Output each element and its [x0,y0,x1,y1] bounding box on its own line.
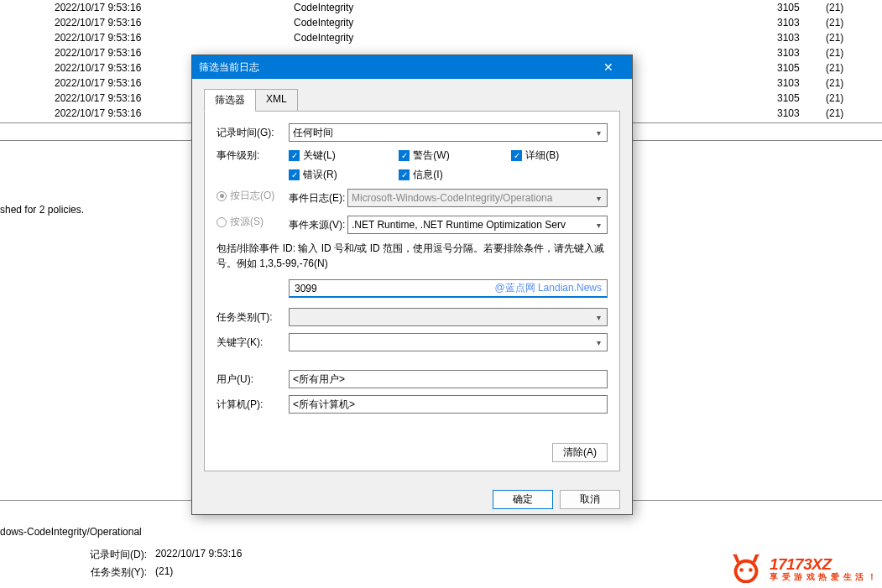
checkbox-icon: ✓ [289,169,300,180]
cell-date: 2022/10/17 9:53:16 [0,2,294,13]
task-cat-select[interactable] [289,308,608,326]
cell-date: 2022/10/17 9:53:16 [0,17,294,29]
radio-icon [217,191,227,201]
chk-warning[interactable]: ✓警告(W) [399,148,498,163]
mascot-icon [729,554,763,583]
ok-button[interactable]: 确定 [493,490,553,509]
svg-point-1 [749,568,753,572]
cell-task: (21) [826,92,843,104]
label-task-cat: 任务类别(T): [217,310,289,325]
computer-input[interactable] [289,395,608,414]
label-computer: 计算机(P): [217,398,289,412]
cell-id: 3105 [777,2,826,13]
checkbox-icon: ✓ [399,150,410,161]
label-user: 用户(U): [217,372,289,387]
keywords-select[interactable] [289,333,608,351]
watermark-logo: 17173XZ 享 受 游 戏 热 爱 生 活 ！ [729,554,877,583]
chk-critical[interactable]: ✓关键(L) [289,148,385,163]
table-row[interactable]: 2022/10/17 9:53:16 CodeIntegrity 3103 (2… [0,15,882,30]
event-log-select [347,189,608,207]
chk-verbose[interactable]: ✓详细(B) [511,148,608,163]
cell-task: (21) [826,107,843,119]
cell-id: 3103 [777,47,826,59]
event-id-value: 3099 [295,283,317,294]
cell-task: (21) [826,47,843,59]
cell-task: (21) [826,2,843,13]
cell-task: (21) [826,62,843,74]
source-line: dows-CodeIntegrity/Operational [0,526,882,538]
label-event-log: 事件日志(E): [289,191,347,206]
event-source-select[interactable] [347,216,608,234]
close-icon: ✕ [603,60,613,74]
label-keywords: 关键字(K): [217,336,289,350]
cell-source: CodeIntegrity [294,17,777,29]
filter-dialog: 筛选当前日志 ✕ 筛选器 XML 记录时间(G): ▾ 事件级别: ✓关键(L)… [191,55,633,515]
svg-point-0 [739,568,744,572]
clear-button[interactable]: 清除(A) [552,443,608,462]
radio-by-log: 按日志(O) [217,189,289,203]
dialog-title: 筛选当前日志 [199,60,592,75]
tab-xml[interactable]: XML [255,89,298,112]
checkbox-icon: ✓ [289,150,300,161]
cell-task: (21) [826,32,843,44]
label-level: 事件级别: [217,148,289,163]
label-event-source: 事件来源(V): [289,218,347,232]
watermark-text: @蓝点网 Landian.News [494,281,602,295]
cell-task: (21) [826,17,843,29]
detail-time-value: 2022/10/17 9:53:16 [147,548,242,562]
detail-time-label: 记录时间(D): [59,548,147,562]
watermark-slogan: 享 受 游 戏 热 爱 生 活 ！ [770,573,877,581]
tab-filter[interactable]: 筛选器 [204,89,256,112]
radio-icon [217,217,227,227]
cancel-button[interactable]: 取消 [560,490,620,509]
watermark-brand: 17173XZ [770,556,877,573]
detail-task-label: 任务类别(Y): [59,565,147,580]
tabbar: 筛选器 XML [192,79,632,112]
event-id-input[interactable]: 3099 @蓝点网 Landian.News [289,279,608,298]
cell-source: CodeIntegrity [294,32,777,44]
table-row[interactable]: 2022/10/17 9:53:16 CodeIntegrity 3103 (2… [0,30,882,45]
tab-panel-filter: 记录时间(G): ▾ 事件级别: ✓关键(L) ✓警告(W) ✓详细(B) ✓错… [204,111,620,471]
checkbox-icon: ✓ [399,169,410,180]
user-input[interactable] [289,370,608,388]
checkbox-icon: ✓ [511,150,522,161]
logged-select[interactable] [289,123,608,142]
close-button[interactable]: ✕ [592,58,625,76]
cell-task: (21) [826,77,843,89]
cell-id: 3105 [777,92,826,104]
cell-id: 3103 [777,77,826,89]
cell-id: 3103 [777,107,826,119]
chk-info[interactable]: ✓信息(I) [399,168,498,182]
cell-id: 3103 [777,32,826,44]
cell-source: CodeIntegrity [294,2,777,13]
titlebar[interactable]: 筛选当前日志 ✕ [192,55,632,79]
chk-error[interactable]: ✓错误(R) [289,168,385,182]
cell-date: 2022/10/17 9:53:16 [0,32,294,44]
event-id-note: 包括/排除事件 ID: 输入 ID 号和/或 ID 范围，使用逗号分隔。若要排除… [217,241,608,271]
table-row[interactable]: 2022/10/17 9:53:16 CodeIntegrity 3105 (2… [0,0,882,15]
detail-task-value: (21) [147,565,173,580]
cell-id: 3103 [777,17,826,29]
label-logged: 记录时间(G): [217,126,289,140]
cell-id: 3105 [777,62,826,74]
radio-by-source: 按源(S) [217,215,289,229]
